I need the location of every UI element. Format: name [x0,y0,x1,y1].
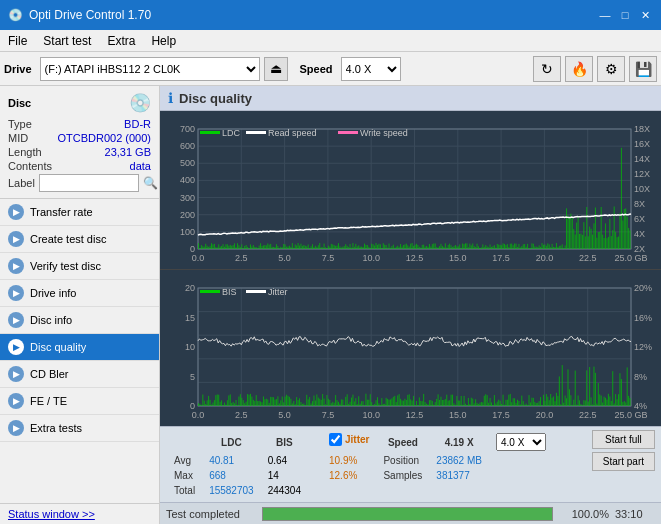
content-area: ℹ Disc quality LDC BIS [160,86,661,524]
disc-info-icon: ▶ [8,312,24,328]
speed-col-header: Speed [377,432,428,452]
menu-start-test[interactable]: Start test [35,32,99,50]
progress-bar-outer [262,507,553,521]
sidebar-item-label: Drive info [30,287,76,299]
verify-test-disc-icon: ▶ [8,258,24,274]
stats-bar: LDC BIS Jitter Speed 4.19 X 4.0 X [160,426,661,502]
save-button[interactable]: 💾 [629,56,657,82]
disc-length-row: Length 23,31 GB [8,146,151,158]
sidebar-item-fe-te[interactable]: ▶ FE / TE [0,388,159,415]
create-test-disc-icon: ▶ [8,231,24,247]
progress-time: 33:10 [615,508,655,520]
sidebar-item-verify-test-disc[interactable]: ▶ Verify test disc [0,253,159,280]
ldc-col-header: LDC [203,432,260,452]
status-section: Status window >> [0,503,159,524]
label-edit-icon[interactable]: 🔍 [143,176,158,190]
disc-type-value: BD-R [124,118,151,130]
titlebar-controls: — □ ✕ [597,7,653,23]
speed-value: 4.19 X [430,432,488,452]
disc-contents-label: Contents [8,160,52,172]
titlebar-title: 💿 Opti Drive Control 1.70 [8,8,151,22]
progress-bar-inner [263,508,552,520]
max-empty [309,469,321,482]
sidebar-item-label: CD Bler [30,368,69,380]
minimize-button[interactable]: — [597,7,613,23]
drive-select[interactable]: (F:) ATAPI iHBS112 2 CL0K [40,57,260,81]
lower-chart-canvas [160,270,661,426]
transfer-rate-icon: ▶ [8,204,24,220]
sidebar-item-label: Disc quality [30,341,86,353]
extra-tests-icon: ▶ [8,420,24,436]
avg-empty [309,454,321,467]
disc-mid-label: MID [8,132,28,144]
speed-label: Speed [300,63,333,75]
sidebar-item-disc-info[interactable]: ▶ Disc info [0,307,159,334]
avg-bis: 0.64 [262,454,307,467]
disc-mid-row: MID OTCBDR002 (000) [8,132,151,144]
menu-help[interactable]: Help [143,32,184,50]
samples-label: Samples [377,469,428,482]
speed-unit-select[interactable]: 4.0 X [496,433,546,451]
refresh-button[interactable]: ↻ [533,56,561,82]
jitter-header-cell: Jitter [323,432,375,447]
disc-contents-value: data [130,160,151,172]
drive-info-icon: ▶ [8,285,24,301]
disc-label-label: Label [8,177,35,189]
disc-type-row: Type BD-R [8,118,151,130]
drive-label: Drive [4,63,32,75]
status-window-button[interactable]: Status window >> [8,508,95,520]
sidebar-item-label: Disc info [30,314,72,326]
disc-type-label: Type [8,118,32,130]
bis-col-header: BIS [262,432,307,452]
chart-header-icon: ℹ [168,90,173,106]
close-button[interactable]: ✕ [637,7,653,23]
chart-header: ℹ Disc quality [160,86,661,111]
maximize-button[interactable]: □ [617,7,633,23]
burn-button[interactable]: 🔥 [565,56,593,82]
disc-section: Disc 💿 Type BD-R MID OTCBDR002 (000) Len… [0,86,159,199]
total-label: Total [168,484,201,497]
sidebar-item-label: Verify test disc [30,260,101,272]
eject-button[interactable]: ⏏ [264,57,288,81]
disc-length-label: Length [8,146,42,158]
cd-bler-icon: ▶ [8,366,24,382]
avg-ldc: 40.81 [203,454,260,467]
main-layout: Disc 💿 Type BD-R MID OTCBDR002 (000) Len… [0,86,661,524]
max-jitter: 12.6% [323,469,375,482]
sidebar-item-drive-info[interactable]: ▶ Drive info [0,280,159,307]
speed-unit-select-cell: 4.0 X [490,432,552,452]
sidebar-item-label: FE / TE [30,395,67,407]
menu-extra[interactable]: Extra [99,32,143,50]
sidebar-menu: ▶ Transfer rate ▶ Create test disc ▶ Ver… [0,199,159,503]
max-bis: 14 [262,469,307,482]
empty-col [309,432,321,452]
start-buttons: Start full Start part [592,430,655,471]
fe-te-icon: ▶ [8,393,24,409]
progress-bar-container: Test completed 100.0% 33:10 [160,502,661,524]
disc-contents-row: Contents data [8,160,151,172]
max-label: Max [168,469,201,482]
disc-icon: 💿 [129,92,151,114]
titlebar: 💿 Opti Drive Control 1.70 — □ ✕ [0,0,661,30]
settings-button[interactable]: ⚙ [597,56,625,82]
disc-length-value: 23,31 GB [105,146,151,158]
sidebar: Disc 💿 Type BD-R MID OTCBDR002 (000) Len… [0,86,160,524]
disc-label-input[interactable] [39,174,139,192]
start-part-button[interactable]: Start part [592,452,655,471]
disc-quality-icon: ▶ [8,339,24,355]
sidebar-item-cd-bler[interactable]: ▶ CD Bler [0,361,159,388]
status-text: Test completed [166,508,256,520]
sidebar-item-label: Transfer rate [30,206,93,218]
disc-header: Disc 💿 [8,92,151,114]
sidebar-item-create-test-disc[interactable]: ▶ Create test disc [0,226,159,253]
sidebar-item-transfer-rate[interactable]: ▶ Transfer rate [0,199,159,226]
app-icon: 💿 [8,8,23,22]
start-full-button[interactable]: Start full [592,430,655,449]
jitter-checkbox[interactable] [329,433,342,446]
menu-file[interactable]: File [0,32,35,50]
sidebar-item-extra-tests[interactable]: ▶ Extra tests [0,415,159,442]
speed-select[interactable]: 4.0 X [341,57,401,81]
sidebar-item-disc-quality[interactable]: ▶ Disc quality [0,334,159,361]
disc-mid-value: OTCBDR002 (000) [57,132,151,144]
charts-container [160,111,661,426]
